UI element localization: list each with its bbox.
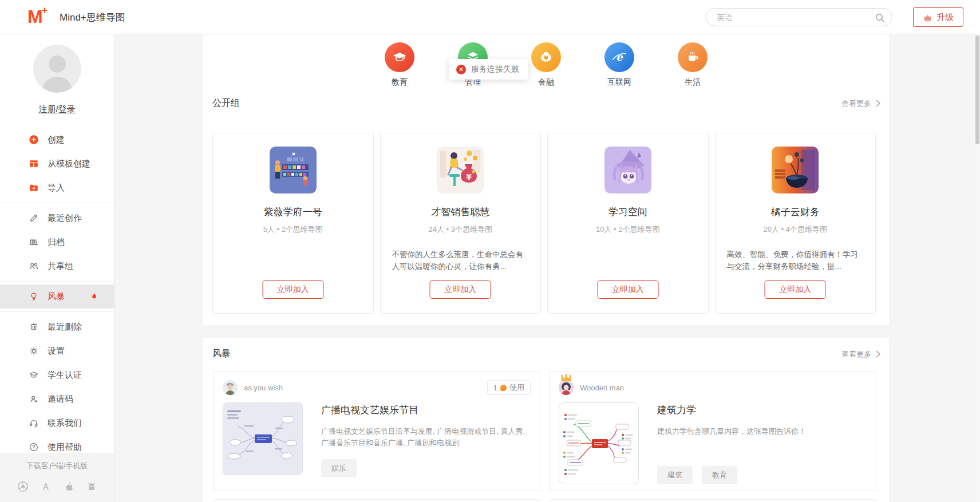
archive-icon [29,237,39,247]
storm-card-partial[interactable] [213,499,540,502]
crown-icon [923,13,932,22]
person-plus-icon [29,394,39,404]
storm-title[interactable]: 广播电视文艺娱乐节目 [321,404,531,417]
headset-icon [29,418,39,428]
category-label: 金融 [527,77,565,88]
download-label: 下载客户端/手机版 [0,461,114,471]
graduation-icon [29,370,39,380]
crown-icon [559,374,573,382]
storm-card-list: as you wish 1 使用 [213,371,876,491]
sidebar-item-label: 导入 [48,183,65,193]
android-icon[interactable] [85,480,98,493]
upgrade-button[interactable]: 升级 [913,7,963,27]
sidebar-item-contact-us[interactable]: 联系我们 [0,411,114,435]
sidebar-item-label: 最近创作 [48,213,82,224]
category-internet[interactable]: e 互联网 [600,42,638,88]
storm-card-partial[interactable] [549,499,876,502]
coffee-cup-icon [685,49,701,65]
tag-chip[interactable]: 娱乐 [321,459,357,477]
sidebar-menu: 创建 从模板创建 导入 最近创作 [0,128,114,459]
mindmap-thumbnail [559,402,639,487]
sidebar-item-recent-creations[interactable]: 最近创作 [0,206,114,230]
appstore-icon[interactable] [39,480,52,493]
join-now-button[interactable]: 立即加入 [262,280,323,299]
app-logo[interactable]: M + [27,6,48,27]
join-now-button[interactable]: 立即加入 [597,280,658,299]
money-bag-icon: ¥ [538,49,554,65]
public-group-card[interactable]: 紫薇学府一号 5人 • 2个思维导图 立即加入 [212,133,374,314]
sidebar-item-import[interactable]: 导入 [0,176,114,200]
gear-icon [29,346,39,356]
storm-card[interactable]: Wooden man [549,371,876,491]
sidebar-item-label: 从模板创建 [48,159,90,169]
storm-description: 广播电视文艺娱乐节目沿革与发展, 广播电视游戏节目, 真人秀, 广播音乐节目和音… [321,426,531,449]
group-name: 才智销售聪慧 [381,205,541,219]
category-row: 教育 管理 ¥ 金融 e [203,42,889,88]
public-group-card[interactable]: ¥ 才智销售聪慧 24人 • 3个思维导图 不管你的人生多么荒唐，生命中总会有人… [380,133,542,314]
top-header: M + Mind+思维导图 升级 [0,0,980,34]
search-box[interactable] [706,8,892,26]
author-name: as you wish [244,384,283,392]
sidebar-item-recently-deleted[interactable]: 最近删除 [0,315,114,339]
apple-icon[interactable] [62,480,75,493]
storm-header: 风暴 查看更多 [212,348,881,360]
sidebar-item-storm[interactable]: 风暴 [0,284,114,309]
sidebar-item-create-from-template[interactable]: 从模板创建 [0,152,114,176]
tag-chip[interactable]: 建筑 [657,466,693,484]
storm-card[interactable]: as you wish 1 使用 [213,371,540,491]
chevron-right-icon [876,350,881,358]
group-name: 紫薇学府一号 [213,205,373,219]
group-description: 不管你的人生多么荒唐，生命中总会有人可以温暖你的心灵，让你有勇... [381,248,541,272]
search-input[interactable] [717,11,871,23]
toast-message: 服务连接失败 [471,64,519,74]
storm-title[interactable]: 建筑力学 [657,404,867,417]
view-more-link[interactable]: 查看更多 [841,98,881,109]
people-icon [29,261,39,271]
avatar[interactable] [33,45,81,93]
join-now-button[interactable]: 立即加入 [765,280,826,299]
person-silhouette-icon [33,48,81,93]
public-group-card-list: 紫薇学府一号 5人 • 2个思维导图 立即加入 ¥ [212,133,876,314]
public-group-card[interactable]: 学习空间 10人 • 2个思维导图 立即加入 [547,133,709,314]
group-thumbnail-still-life [772,147,819,193]
sidebar-item-archive[interactable]: 归档 [0,230,114,254]
public-groups-header: 公开组 查看更多 [212,97,881,109]
sidebar-item-label: 共享组 [48,261,73,272]
group-description: 高效、智能、免费，你值得拥有！学习与交流，分享财务职场经验，提... [716,248,876,272]
storm-panel: 风暴 查看更多 as you wish [203,338,889,502]
category-label: 生活 [674,77,712,88]
pencil-icon [29,213,39,223]
sidebar-item-shared-groups[interactable]: 共享组 [0,254,114,278]
register-login-link[interactable]: 注册/登录 [0,104,114,115]
question-icon [29,442,39,452]
view-more-link[interactable]: 查看更多 [841,349,881,359]
browser-icon[interactable] [17,480,29,493]
sidebar-divider [0,311,114,312]
search-icon[interactable] [875,13,885,23]
sidebar-item-label: 使用帮助 [48,442,82,453]
sidebar-item-label: 学生认证 [48,370,82,381]
usage-badge[interactable]: 1 使用 [487,380,531,395]
sidebar-item-invite-code[interactable]: 邀请码 [0,387,114,411]
svg-text:¥: ¥ [544,54,548,62]
category-finance[interactable]: ¥ 金融 [527,42,565,88]
scrollbar-thumb[interactable] [975,35,979,144]
category-education[interactable]: 教育 [381,42,418,88]
scrollbar-track[interactable] [975,34,980,502]
group-meta: 20人 • 4个思维导图 [716,224,876,235]
chevron-right-icon [876,100,881,107]
mindmap-thumbnail [223,402,303,477]
public-group-card[interactable]: 橘子云财务 20人 • 4个思维导图 高效、智能、免费，你值得拥有！学习与交流，… [715,133,876,314]
tag-chip[interactable]: 教育 [702,466,737,484]
ie-browser-icon: e [611,49,628,66]
logo-m-glyph: M [27,6,42,27]
category-life[interactable]: 生活 [674,42,712,88]
join-now-button[interactable]: 立即加入 [430,280,491,299]
template-icon [29,159,39,169]
author-avatar [559,380,574,395]
graduation-cap-icon [392,49,408,65]
sidebar-item-create[interactable]: 创建 [0,128,114,152]
sidebar-item-student-verification[interactable]: 学生认证 [0,363,114,387]
sidebar-item-settings[interactable]: 设置 [0,339,114,363]
sidebar-item-label: 联系我们 [48,418,82,429]
